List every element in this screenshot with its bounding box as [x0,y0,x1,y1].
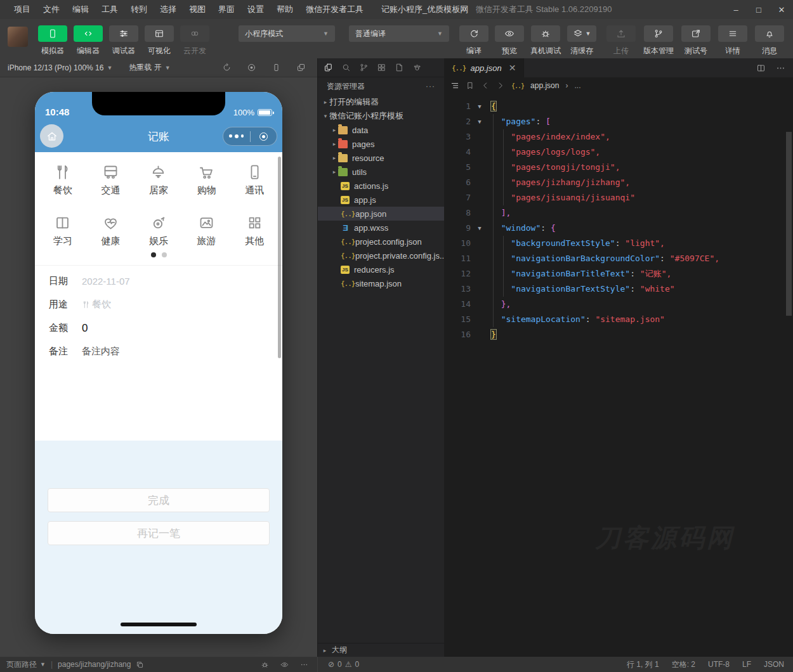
close-tab-icon[interactable]: ✕ [509,63,516,73]
avatar[interactable] [8,27,28,47]
eol[interactable]: LF [742,660,751,669]
file-doc-icon[interactable] [395,63,404,72]
record-again-button[interactable]: 再记一笔 [48,521,270,545]
form-value[interactable]: 备注内容 [82,346,120,358]
more-menu-button[interactable] [223,134,250,138]
preview-icon[interactable] [280,661,289,669]
toolbar-button-调试器[interactable]: 调试器 [109,25,138,56]
code-line-14[interactable]: 14 }, [444,297,793,312]
code-line-1[interactable]: 1▼{ [444,99,793,114]
encoding[interactable]: UTF-8 [708,660,730,669]
source-control-icon[interactable] [359,63,369,72]
more-actions-icon[interactable]: ··· [426,82,435,91]
detach-window-icon[interactable] [296,63,306,72]
device-select[interactable]: iPhone 12/13 (Pro) 100% 16 ▼ [8,63,112,72]
tree-item-app.js[interactable]: JSapp.js [318,193,444,207]
compile-mode-select[interactable]: 普通编译 ▼ [349,25,449,42]
tree-item-pages[interactable]: ▸pages [318,137,444,151]
phone-page-scrollbar[interactable] [278,157,281,358]
code-line-8[interactable]: 8 ], [444,205,793,221]
form-value[interactable]: 0 [82,322,88,335]
menu-item-文件[interactable]: 文件 [37,0,66,19]
form-value[interactable]: 2022-11-07 [82,276,130,287]
toolbar-action-清缓存[interactable]: ▼清缓存 [567,25,596,56]
files-icon[interactable] [324,63,333,72]
menu-item-视图[interactable]: 视图 [183,0,212,19]
section-open-editors[interactable]: ▸打开的编辑器 [318,95,444,109]
category-交通[interactable]: 交通 [87,164,135,197]
toolbar-action-详情[interactable]: 详情 [718,25,747,56]
menu-item-设置[interactable]: 设置 [241,0,270,19]
category-餐饮[interactable]: 餐饮 [39,164,87,197]
menu-item-工具[interactable]: 工具 [95,0,124,19]
menu-item-编辑[interactable]: 编辑 [66,0,95,19]
menu-item-帮助[interactable]: 帮助 [270,0,299,19]
tree-item-app.json[interactable]: {..}app.json [318,207,444,221]
code-line-6[interactable]: 6 "pages/jizhang/jizhang", [444,175,793,190]
breadcrumb-file[interactable]: app.json [530,81,559,90]
more-icon[interactable] [300,661,308,669]
menu-item-转到[interactable]: 转到 [124,0,154,19]
category-其他[interactable]: 其他 [230,214,279,247]
category-学习[interactable]: 学习 [39,214,87,247]
code-line-2[interactable]: 2▼ "pages": [ [444,114,793,129]
mode-select[interactable]: 小程序模式 ▼ [239,25,335,42]
close-button[interactable]: ✕ [770,0,793,19]
record-icon[interactable] [247,63,256,72]
back-icon[interactable] [481,81,490,90]
code-line-12[interactable]: 12 "navigationBarTitleText": "记账", [444,266,793,281]
tree-item-app.wxss[interactable]: Ǝapp.wxss [318,221,444,235]
toolbar-button-模拟器[interactable]: 模拟器 [38,25,67,56]
code-line-4[interactable]: 4 "pages/logs/logs", [444,145,793,160]
indentation[interactable]: 空格: 2 [672,659,695,670]
search-icon[interactable] [341,63,351,72]
tree-item-project.private.config.js...[interactable]: {..}project.private.config.js... [318,249,444,262]
toolbar-action-版本管理[interactable]: 版本管理 [643,25,674,56]
hot-reload-toggle[interactable]: 热重载 开 ▼ [129,62,170,73]
category-健康[interactable]: 健康 [87,214,135,247]
category-通讯[interactable]: 通讯 [230,164,279,197]
form-value[interactable]: 餐饮 [82,299,111,311]
toolbar-button-编辑器[interactable]: 编辑器 [74,25,103,56]
debug-icon[interactable] [261,661,269,669]
toolbar-action-测试号[interactable]: 测试号 [681,25,711,56]
menu-item-界面[interactable]: 界面 [212,0,241,19]
menu-item-微信开发者工具[interactable]: 微信开发者工具 [299,0,370,19]
toolbar-action-预览[interactable]: 预览 [495,25,524,56]
menu-item-选择[interactable]: 选择 [154,0,183,19]
tree-item-reducers.js[interactable]: JSreducers.js [318,262,444,276]
tab-app-json[interactable]: {..} app.json ✕ [444,58,524,77]
category-居家[interactable]: 居家 [134,164,183,197]
tree-item-sitemap.json[interactable]: {..}sitemap.json [318,276,444,290]
forward-icon[interactable] [496,81,505,90]
extensions-icon[interactable] [377,63,386,72]
more-actions-icon[interactable] [776,63,785,73]
code-line-9[interactable]: 9▼ "window": { [444,221,793,236]
tree-item-project.config.json[interactable]: {..}project.config.json [318,235,444,249]
split-editor-icon[interactable] [756,63,766,73]
copy-icon[interactable] [136,661,144,669]
minimize-button[interactable]: – [724,0,747,19]
cursor-position[interactable]: 行 1, 列 1 [627,659,659,670]
toolbar-action-上传[interactable]: 上传 [606,25,636,56]
breadcrumb-more[interactable]: ... [574,81,580,90]
toolbar-action-编译[interactable]: 编译 [459,25,488,56]
section-project-root[interactable]: ▾微信记账小程序模板 [318,109,444,123]
code-line-5[interactable]: 5 "pages/tongji/tongji", [444,160,793,175]
tree-item-utils[interactable]: ▸utils [318,165,444,179]
code-line-16[interactable]: 16} [444,327,793,342]
tree-item-resource[interactable]: ▸resource [318,151,444,165]
outline-list-icon[interactable] [450,81,459,90]
fold-chevron-icon[interactable]: ▼ [473,221,486,236]
finish-button[interactable]: 完成 [48,488,270,512]
bookmark-icon[interactable] [466,81,475,90]
page-path-selector[interactable]: 页面路径 ▼ [6,659,46,670]
language-mode[interactable]: JSON [764,660,784,669]
exit-button[interactable] [251,132,277,141]
category-旅游[interactable]: 旅游 [183,214,231,247]
fold-chevron-icon[interactable]: ▼ [473,114,486,129]
category-娱乐[interactable]: 娱乐 [134,214,183,247]
code-line-10[interactable]: 10 "backgroundTextStyle": "light", [444,236,793,251]
category-购物[interactable]: 购物 [183,164,231,197]
device-frame-icon[interactable] [272,63,281,72]
